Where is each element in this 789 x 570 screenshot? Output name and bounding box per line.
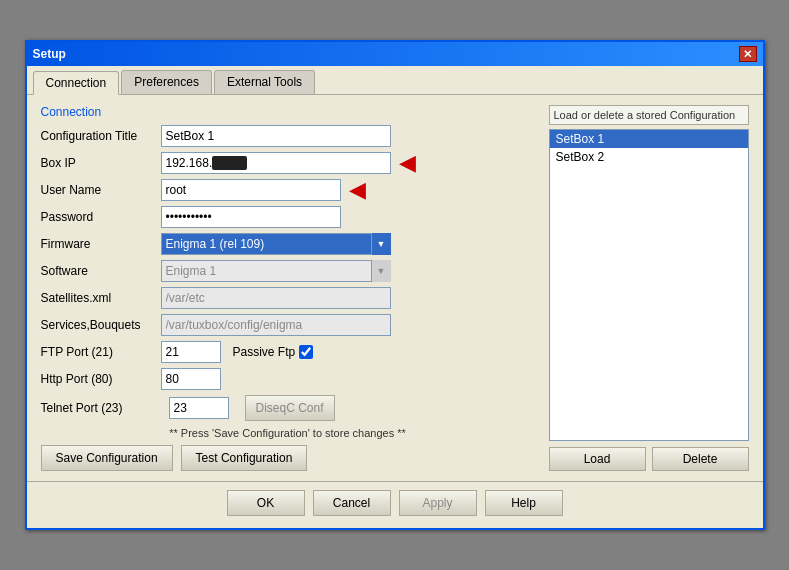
- config-item-0[interactable]: SetBox 1: [550, 130, 748, 148]
- satellites-row: Satellites.xml: [41, 287, 535, 309]
- ftp-label: FTP Port (21): [41, 345, 161, 359]
- cancel-button[interactable]: Cancel: [313, 490, 391, 516]
- bottom-buttons: Save Configuration Test Configuration: [41, 445, 535, 471]
- setup-window: Setup ✕ Connection Preferences External …: [25, 40, 765, 530]
- software-label: Software: [41, 264, 161, 278]
- config-title-input[interactable]: [161, 125, 391, 147]
- passive-ftp-label: Passive Ftp: [233, 345, 296, 359]
- ok-button[interactable]: OK: [227, 490, 305, 516]
- delete-button[interactable]: Delete: [652, 447, 749, 471]
- tab-bar: Connection Preferences External Tools: [27, 66, 763, 95]
- satellites-label: Satellites.xml: [41, 291, 161, 305]
- firmware-select-wrapper: Enigma 1 (rel 109) ▼: [161, 233, 391, 255]
- apply-button[interactable]: Apply: [399, 490, 477, 516]
- username-input[interactable]: [161, 179, 341, 201]
- software-dropdown-arrow: ▼: [371, 260, 391, 282]
- config-item-1[interactable]: SetBox 2: [550, 148, 748, 166]
- diseqc-button[interactable]: DiseqC Conf: [245, 395, 335, 421]
- window-title: Setup: [33, 47, 66, 61]
- config-title-row: Configuration Title: [41, 125, 535, 147]
- firmware-row: Firmware Enigma 1 (rel 109) ▼: [41, 233, 535, 255]
- ip-mask: [212, 156, 247, 170]
- ftp-input[interactable]: [161, 341, 221, 363]
- satellites-input[interactable]: [161, 287, 391, 309]
- telnet-label: Telnet Port (23): [41, 401, 161, 415]
- main-layout: Connection Configuration Title Box IP 19…: [41, 105, 749, 471]
- firmware-select[interactable]: Enigma 1 (rel 109): [161, 233, 391, 255]
- config-title-label: Configuration Title: [41, 129, 161, 143]
- arrow-right-icon-2: ◀: [349, 179, 366, 201]
- box-ip-display: 192.168.: [161, 152, 391, 174]
- arrow-right-icon: ◀: [399, 152, 416, 174]
- connection-section-title: Connection: [41, 105, 535, 119]
- tab-content: Connection Configuration Title Box IP 19…: [27, 95, 763, 481]
- software-display: Enigma 1: [161, 260, 391, 282]
- left-panel: Connection Configuration Title Box IP 19…: [41, 105, 535, 471]
- config-action-buttons: Load Delete: [549, 447, 749, 471]
- tab-connection[interactable]: Connection: [33, 71, 120, 95]
- box-ip-row: Box IP 192.168. ◀: [41, 152, 535, 174]
- close-button[interactable]: ✕: [739, 46, 757, 62]
- software-select-wrapper: Enigma 1 ▼: [161, 260, 391, 282]
- help-button[interactable]: Help: [485, 490, 563, 516]
- load-button[interactable]: Load: [549, 447, 646, 471]
- test-configuration-button[interactable]: Test Configuration: [181, 445, 308, 471]
- config-listbox[interactable]: SetBox 1 SetBox 2: [549, 129, 749, 441]
- stored-config-label: Load or delete a stored Configuration: [549, 105, 749, 125]
- hint-text: ** Press 'Save Configuration' to store c…: [41, 427, 535, 439]
- save-configuration-button[interactable]: Save Configuration: [41, 445, 173, 471]
- software-row: Software Enigma 1 ▼: [41, 260, 535, 282]
- firmware-label: Firmware: [41, 237, 161, 251]
- ftp-row: FTP Port (21) Passive Ftp: [41, 341, 535, 363]
- telnet-input[interactable]: [169, 397, 229, 419]
- telnet-row: Telnet Port (23) DiseqC Conf: [41, 395, 535, 421]
- http-row: Http Port (80): [41, 368, 535, 390]
- footer: OK Cancel Apply Help: [27, 481, 763, 528]
- password-label: Password: [41, 210, 161, 224]
- tab-preferences[interactable]: Preferences: [121, 70, 212, 94]
- box-ip-prefix: 192.168.: [166, 156, 213, 170]
- title-bar: Setup ✕: [27, 42, 763, 66]
- password-row: Password: [41, 206, 535, 228]
- username-row: User Name ◀: [41, 179, 535, 201]
- http-input[interactable]: [161, 368, 221, 390]
- password-input[interactable]: [161, 206, 341, 228]
- passive-ftp-checkbox[interactable]: [299, 345, 313, 359]
- tab-external-tools[interactable]: External Tools: [214, 70, 315, 94]
- right-panel: Load or delete a stored Configuration Se…: [549, 105, 749, 471]
- services-label: Services,Bouquets: [41, 318, 161, 332]
- services-row: Services,Bouquets: [41, 314, 535, 336]
- box-ip-label: Box IP: [41, 156, 161, 170]
- http-label: Http Port (80): [41, 372, 161, 386]
- services-input[interactable]: [161, 314, 391, 336]
- username-label: User Name: [41, 183, 161, 197]
